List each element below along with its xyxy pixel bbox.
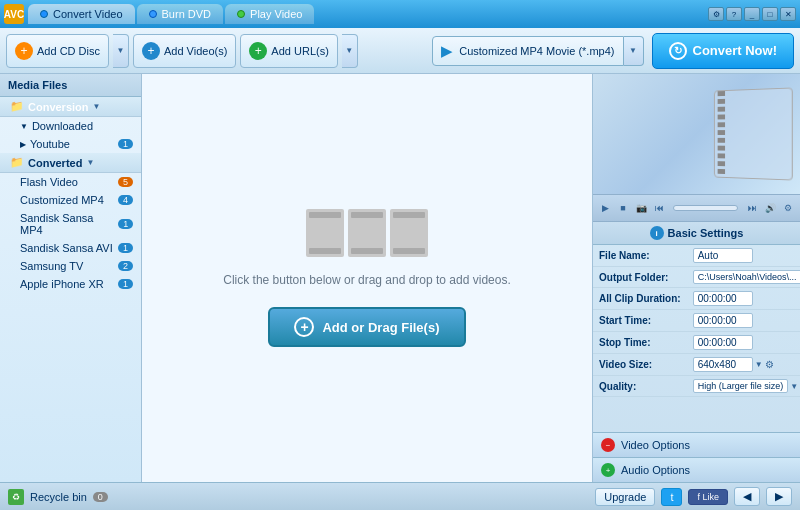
sidebar-item-flash-video[interactable]: Flash Video 5: [0, 173, 141, 191]
sidebar-item-sandisk-avi[interactable]: Sandisk Sansa AVI 1: [0, 239, 141, 257]
arrow-icon-2: ▶: [20, 140, 26, 149]
audio-options-icon: +: [601, 463, 615, 477]
sidebar-section-converted[interactable]: 📁 Converted ▼: [0, 153, 141, 173]
content-area: Click the button below or drag and drop …: [142, 74, 592, 482]
setting-key-stop: Stop Time:: [593, 332, 687, 354]
sidebar-header: Media Files: [0, 74, 141, 97]
youtube-badge: 1: [118, 139, 133, 149]
size-dropdown[interactable]: ▼: [755, 360, 763, 369]
setting-key-output: Output Folder:: [593, 267, 687, 288]
close-btn[interactable]: ✕: [780, 7, 796, 21]
video-options-icon: −: [601, 438, 615, 452]
next-frame-btn[interactable]: ⏭: [744, 200, 760, 216]
sandisk-avi-badge: 1: [118, 243, 133, 253]
sidebar-item-customized-mp4[interactable]: Customized MP4 4: [0, 191, 141, 209]
sidebar-item-downloaded[interactable]: ▼ Downloaded: [0, 117, 141, 135]
add-videos-button[interactable]: + Add Video(s): [133, 34, 236, 68]
setting-row-quality: Quality: High (Larger file size) ▼: [593, 376, 800, 397]
folder-icon-2: 📁: [10, 156, 24, 169]
setting-key-start: Start Time:: [593, 310, 687, 332]
facebook-button[interactable]: f Like: [688, 489, 728, 505]
sidebar: Media Files 📁 Conversion ▼ ▼ Downloaded …: [0, 74, 142, 482]
preview-area: [593, 74, 800, 194]
add-cd-dropdown[interactable]: ▼: [113, 34, 129, 68]
video-options-button[interactable]: − Video Options: [593, 432, 800, 457]
right-panel: ▶ ■ 📷 ⏮ ⏭ 🔊 ⚙ i Basic Settings File Name…: [592, 74, 800, 482]
screenshot-btn[interactable]: 📷: [633, 200, 649, 216]
setting-row-size: Video Size: 640x480 ▼ ⚙: [593, 354, 800, 376]
add-files-button[interactable]: + Add or Drag File(s): [268, 307, 465, 347]
volume-btn[interactable]: 🔊: [762, 200, 778, 216]
twitter-button[interactable]: t: [661, 488, 682, 506]
tab-dot-convert: [40, 10, 48, 18]
prev-frame-btn[interactable]: ⏮: [651, 200, 667, 216]
sidebar-section-conversion[interactable]: 📁 Conversion ▼: [0, 97, 141, 117]
nav-prev-button[interactable]: ◀: [734, 487, 760, 506]
section-arrow: ▼: [93, 102, 101, 111]
setting-row-stop: Stop Time: 00:00:00: [593, 332, 800, 354]
section-arrow-2: ▼: [86, 158, 94, 167]
sidebar-item-sandisk-mp4[interactable]: Sandisk Sansa MP4 1: [0, 209, 141, 239]
status-right: Upgrade t f Like ◀ ▶: [595, 487, 792, 506]
help-btn[interactable]: ?: [726, 7, 742, 21]
setting-row-output: Output Folder: C:\Users\Noah\Videos\... …: [593, 267, 800, 288]
cd-icon: +: [15, 42, 33, 60]
toolbar: + Add CD Disc ▼ + Add Video(s) + Add URL…: [0, 28, 800, 74]
recycle-badge: 0: [93, 492, 108, 502]
main-layout: Media Files 📁 Conversion ▼ ▼ Downloaded …: [0, 74, 800, 482]
sidebar-item-apple-iphone[interactable]: Apple iPhone XR 1: [0, 275, 141, 293]
setting-value-stop: 00:00:00: [687, 332, 800, 354]
setting-key-duration: All Clip Duration:: [593, 288, 687, 310]
tab-play-video[interactable]: Play Video: [225, 4, 314, 24]
format-dropdown[interactable]: ▼: [624, 36, 644, 66]
quality-dropdown[interactable]: ▼: [790, 382, 798, 391]
title-bar: AVC Convert Video Burn DVD Play Video ⚙ …: [0, 0, 800, 28]
film-strip: [306, 209, 428, 257]
upgrade-button[interactable]: Upgrade: [595, 488, 655, 506]
mp4-badge: 4: [118, 195, 133, 205]
minimize-btn[interactable]: _: [744, 7, 760, 21]
iphone-badge: 1: [118, 279, 133, 289]
add-url-dropdown[interactable]: ▼: [342, 34, 358, 68]
video-icon: +: [142, 42, 160, 60]
sidebar-item-youtube[interactable]: ▶ Youtube 1: [0, 135, 141, 153]
app-icon: AVC: [4, 4, 24, 24]
add-cd-button[interactable]: + Add CD Disc: [6, 34, 109, 68]
film-frame-3: [390, 209, 428, 257]
audio-options-button[interactable]: + Audio Options: [593, 457, 800, 482]
sidebar-item-samsung-tv[interactable]: Samsung TV 2: [0, 257, 141, 275]
play-btn[interactable]: ▶: [597, 200, 613, 216]
url-icon: +: [249, 42, 267, 60]
settings-ctrl-btn[interactable]: ⚙: [780, 200, 796, 216]
film-frame-2: [348, 209, 386, 257]
setting-value-duration: 00:00:00: [687, 288, 800, 310]
film-frame-1: [306, 209, 344, 257]
progress-bar[interactable]: [673, 205, 738, 211]
convert-now-button[interactable]: ↻ Convert Now!: [652, 33, 795, 69]
status-bar: ♻ Recycle bin 0 Upgrade t f Like ◀ ▶: [0, 482, 800, 510]
setting-value-quality: High (Larger file size) ▼: [687, 376, 800, 397]
recycle-icon: ♻: [8, 489, 24, 505]
convert-icon: ↻: [669, 42, 687, 60]
maximize-btn[interactable]: □: [762, 7, 778, 21]
nav-next-button[interactable]: ▶: [766, 487, 792, 506]
tab-dot-burn: [149, 10, 157, 18]
setting-value-start: 00:00:00: [687, 310, 800, 332]
right-panel-footer: − Video Options + Audio Options: [593, 432, 800, 482]
setting-row-filename: File Name: Auto: [593, 245, 800, 267]
tab-burn-dvd[interactable]: Burn DVD: [137, 4, 224, 24]
setting-key-quality: Quality:: [593, 376, 687, 397]
add-url-button[interactable]: + Add URL(s): [240, 34, 337, 68]
sandisk-mp4-badge: 1: [118, 219, 133, 229]
settings-btn[interactable]: ⚙: [708, 7, 724, 21]
setting-row-start: Start Time: 00:00:00: [593, 310, 800, 332]
title-tabs: Convert Video Burn DVD Play Video: [28, 4, 708, 24]
size-gear[interactable]: ⚙: [765, 359, 774, 370]
tab-convert-video[interactable]: Convert Video: [28, 4, 135, 24]
setting-value-output: C:\Users\Noah\Videos\... 📁: [687, 267, 800, 288]
setting-value-size: 640x480 ▼ ⚙: [687, 354, 800, 376]
window-controls: ⚙ ? _ □ ✕: [708, 7, 796, 21]
stop-btn[interactable]: ■: [615, 200, 631, 216]
tab-dot-play: [237, 10, 245, 18]
format-select[interactable]: ▶ Customized MP4 Movie (*.mp4): [432, 36, 623, 66]
